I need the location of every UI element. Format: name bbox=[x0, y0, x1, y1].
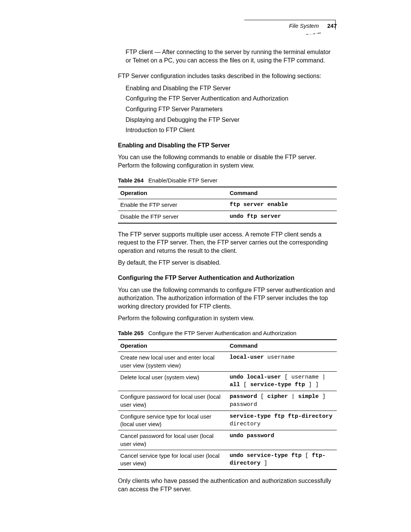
header-rule bbox=[244, 20, 336, 20]
list-item: Enabling and Disabling the FTP Server bbox=[126, 84, 337, 93]
cell-operation: Configure password for local user (local… bbox=[118, 391, 228, 411]
cell-operation: Enable the FTP server bbox=[118, 199, 228, 211]
cell-command: password [ cipher | simple ] password bbox=[228, 391, 337, 411]
section-heading: Configuring the FTP Server Authenticatio… bbox=[118, 274, 337, 282]
list-item: Configuring FTP Server Parameters bbox=[126, 105, 337, 113]
cell-command: undo service-type ftp [ ftp-directory ] bbox=[228, 450, 337, 470]
table-title: Configure the FTP Server Authentication … bbox=[148, 330, 296, 336]
table-row: Cancel service type for local user (loca… bbox=[118, 450, 337, 470]
cmd-text: username bbox=[264, 354, 295, 361]
section-list: Enabling and Disabling the FTP Server Co… bbox=[126, 84, 337, 134]
cmd-text: | bbox=[288, 393, 298, 400]
table-row: Delete local user (system view) undo loc… bbox=[118, 371, 337, 391]
cmd-keyword: undo service-type ftp bbox=[230, 452, 302, 459]
table-row: Cancel password for local user (local us… bbox=[118, 430, 337, 450]
cell-command: local-user username bbox=[228, 352, 337, 372]
table-label: Table 264 bbox=[118, 177, 143, 184]
header-section: File System bbox=[289, 22, 319, 30]
list-item: Displaying and Debugging the FTP Server bbox=[126, 116, 337, 124]
cmd-keyword: undo local-user bbox=[230, 374, 281, 380]
table-header-command: Command bbox=[228, 340, 337, 352]
table-row: Configure service type for local user (l… bbox=[118, 411, 337, 430]
page-header: File System 247 bbox=[289, 22, 337, 30]
paragraph: FTP Server configuration includes tasks … bbox=[118, 72, 337, 80]
list-item: Configuring the FTP Server Authenticatio… bbox=[126, 94, 337, 103]
cell-command: undo ftp server bbox=[228, 211, 337, 223]
paragraph: You can use the following commands to co… bbox=[118, 286, 337, 311]
cmd-keyword: simple bbox=[298, 393, 319, 400]
table-header-operation: Operation bbox=[118, 340, 228, 352]
table-caption: Table 264 Enable/Disable FTP Server bbox=[118, 177, 337, 184]
list-item: Introduction to FTP Client bbox=[126, 126, 337, 134]
page: File System 247 • · · · · • · · • • FTP … bbox=[0, 0, 411, 532]
cmd-keyword: service-type ftp ftp-directory bbox=[230, 413, 333, 420]
table-row: Disable the FTP server undo ftp server bbox=[118, 211, 337, 223]
cmd-keyword: local-user bbox=[230, 354, 264, 361]
page-number: 247 bbox=[327, 22, 337, 30]
table-265: Operation Command Create new local user … bbox=[118, 339, 337, 470]
cmd-text: ] bbox=[261, 460, 268, 466]
cell-operation: Cancel service type for local user (loca… bbox=[118, 450, 228, 470]
dotted-curve-icon: • · · · · • · · • • bbox=[306, 30, 321, 37]
cmd-keyword: undo password bbox=[230, 433, 274, 439]
cmd-keyword: service-type ftp bbox=[250, 382, 305, 388]
cell-command: ftp server enable bbox=[228, 199, 337, 211]
table-caption: Table 265 Configure the FTP Server Authe… bbox=[118, 329, 337, 337]
cell-command: undo local-user [ username | all [ servi… bbox=[228, 371, 337, 391]
cmd-keyword: all bbox=[230, 382, 240, 388]
cell-operation: Create new local user and enter local us… bbox=[118, 352, 228, 372]
paragraph: FTP client — After connecting to the ser… bbox=[126, 48, 337, 64]
table-row: Enable the FTP server ftp server enable bbox=[118, 199, 337, 211]
cmd-keyword: cipher bbox=[268, 393, 288, 400]
paragraph: The FTP server supports multiple user ac… bbox=[118, 230, 337, 255]
cell-operation: Disable the FTP server bbox=[118, 211, 228, 223]
cmd-keyword: undo ftp server bbox=[230, 213, 281, 220]
cmd-keyword: ftp server enable bbox=[230, 201, 288, 208]
cmd-text: [ username | bbox=[281, 374, 326, 380]
paragraph: Only clients who have passed the authent… bbox=[118, 477, 337, 493]
paragraph: You can use the following commands to en… bbox=[118, 153, 337, 169]
paragraph: By default, the FTP server is disabled. bbox=[118, 259, 337, 267]
section-heading: Enabling and Disabling the FTP Server bbox=[118, 141, 337, 150]
table-header-command: Command bbox=[228, 187, 337, 199]
cell-operation: Delete local user (system view) bbox=[118, 371, 228, 391]
cell-operation: Cancel password for local user (local us… bbox=[118, 430, 228, 450]
cmd-text: directory bbox=[230, 421, 261, 427]
paragraph: Perform the following configuration in s… bbox=[118, 314, 337, 323]
table-title: Enable/Disable FTP Server bbox=[148, 177, 217, 184]
table-header-operation: Operation bbox=[118, 187, 228, 199]
cell-operation: Configure service type for local user (l… bbox=[118, 411, 228, 430]
cmd-text: [ bbox=[240, 382, 250, 388]
table-row: Configure password for local user (local… bbox=[118, 391, 337, 411]
cell-command: undo password bbox=[228, 430, 337, 450]
cmd-text: [ bbox=[302, 452, 312, 459]
table-264: Operation Command Enable the FTP server … bbox=[118, 187, 337, 224]
table-row: Create new local user and enter local us… bbox=[118, 352, 337, 372]
page-content: FTP client — After connecting to the ser… bbox=[118, 48, 337, 494]
cmd-keyword: password bbox=[230, 393, 257, 400]
cell-command: service-type ftp ftp-directory directory bbox=[228, 411, 337, 430]
cmd-text: [ bbox=[257, 393, 268, 400]
cmd-text: ] ] bbox=[305, 382, 319, 388]
table-label: Table 265 bbox=[118, 330, 143, 336]
